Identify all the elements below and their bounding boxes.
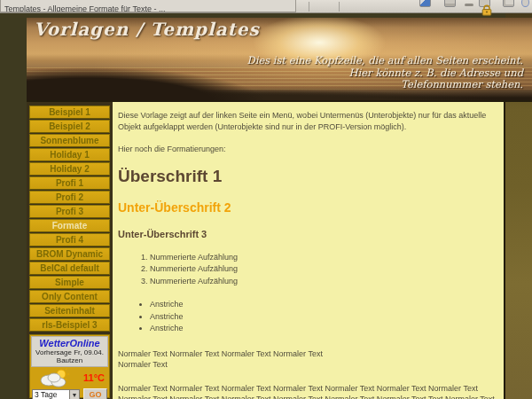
sidebar-item-profi-3[interactable]: Profi 3: [29, 205, 110, 218]
lock-icon: [481, 4, 493, 15]
sidebar-item-profi-1[interactable]: Profi 1: [29, 176, 110, 190]
bullet-list: Anstriche Anstriche Anstriche: [150, 299, 497, 335]
browser-toolbar-icon[interactable]: [444, 0, 456, 7]
numbered-list-item: Nummerierte Aufzählung: [150, 252, 497, 264]
site-header: Vorlagen / Templates Dies ist eine Kopfz…: [27, 18, 532, 102]
sidebar-item-only-content[interactable]: Only Content: [29, 290, 110, 303]
weather-forecast-date: Vorhersage Fr, 09.04.: [32, 348, 107, 356]
sidebar-item-seiteninhalt[interactable]: Seiteninhalt: [29, 304, 110, 317]
numbered-list-item: Nummerierte Aufzählung: [150, 263, 497, 276]
numbered-list-item: Nummerierte Aufzählung: [150, 276, 497, 288]
content-area: Diese Vorlage zeigt auf der linken Seite…: [113, 102, 505, 399]
intro-paragraph: Diese Vorlage zeigt auf der linken Seite…: [118, 110, 497, 132]
sun-behind-clouds-icon: [38, 368, 72, 392]
header-note-text: Dies ist eine Kopfzeile, die auf allen S…: [247, 55, 523, 91]
bullet-list-item: Anstriche: [150, 311, 497, 324]
weather-widget: WetterOnline Vorhersage Fr, 09.04. Bautz…: [29, 334, 110, 398]
sidebar-item-sonnenblume[interactable]: Sonnenblume: [29, 134, 110, 147]
sidebar-item-rls-beispiel-3[interactable]: rls-Beispiel 3: [29, 318, 110, 332]
browser-toolbar-icon[interactable]: [503, 0, 514, 7]
browser-toolbar-icon[interactable]: [521, 0, 529, 7]
normal-text-long: Normaler Text Normaler Text Normaler Tex…: [118, 383, 497, 399]
weather-location: Bautzen: [32, 356, 107, 364]
browser-titlebar: Templates - Allgemeine Formate für Texte…: [0, 0, 532, 13]
heading-1: Überschrift 1: [118, 167, 497, 185]
sidebar-item-profi-2[interactable]: Profi 2: [29, 191, 110, 204]
browser-tab[interactable]: Templates - Allgemeine Formate für Texte…: [0, 0, 296, 12]
sidebar-item-formate[interactable]: Formate: [29, 219, 110, 232]
sidebar-item-profi-4[interactable]: Profi 4: [29, 233, 110, 246]
weather-panel: WetterOnline Vorhersage Fr, 09.04. Bautz…: [31, 336, 108, 367]
wetteronline-logo[interactable]: WetterOnline: [32, 338, 107, 348]
toolbar-divider: [339, 2, 340, 12]
site-title: Vorlagen / Templates: [34, 19, 260, 40]
bullet-list-item: Anstriche: [150, 299, 497, 311]
normal-text-short: Normaler Text Normaler Text Normaler Tex…: [118, 348, 497, 371]
browser-tab-title: Templates - Allgemeine Formate für Texte…: [4, 4, 165, 12]
browser-toolbar-icon[interactable]: [419, 0, 431, 7]
browser-toolbar-icon[interactable]: [465, 4, 473, 6]
sidebar-item-simple[interactable]: Simple: [29, 276, 110, 289]
sidebar-item-beispiel-2[interactable]: Beispiel 2: [29, 120, 110, 133]
sidebar-menu: Beispiel 1 Beispiel 2 Sonnenblume Holida…: [27, 102, 113, 399]
sidebar-item-beispiel-1[interactable]: Beispiel 1: [29, 106, 110, 119]
bullet-list-item: Anstriche: [150, 323, 497, 335]
sidebar-item-belcal-default[interactable]: BelCal default: [29, 262, 110, 275]
go-button[interactable]: GO: [83, 388, 107, 399]
heading-2: Unter-Überschrift 2: [118, 200, 497, 215]
toolbar-divider: [309, 2, 309, 12]
sidebar-item-brom-dynamic[interactable]: BROM Dynamic: [29, 247, 110, 261]
sidebar-item-holiday-1[interactable]: Holiday 1: [29, 148, 110, 161]
temperature-value: 11°C: [83, 372, 105, 383]
sidebar-item-holiday-2[interactable]: Holiday 2: [29, 162, 110, 176]
heading-3: Unter-Überschrift 3: [118, 229, 497, 240]
formats-label: Hier noch die Formatierungen:: [118, 144, 497, 155]
numbered-list: Nummerierte Aufzählung Nummerierte Aufzä…: [150, 252, 497, 288]
